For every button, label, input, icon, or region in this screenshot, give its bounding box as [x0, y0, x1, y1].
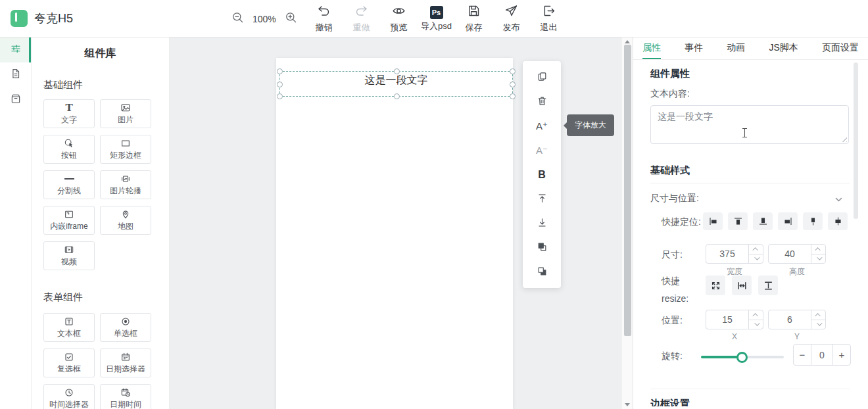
library-item-button[interactable]: 按钮 — [43, 135, 95, 164]
y-stepper — [768, 310, 826, 329]
rotate-value[interactable]: 0 — [811, 345, 832, 365]
text-content-input[interactable]: 这是一段文字 — [650, 105, 849, 144]
tab-js-script[interactable]: JS脚本 — [769, 37, 798, 59]
tab-properties[interactable]: 属性 — [642, 37, 661, 59]
copy-element-button[interactable] — [523, 65, 561, 89]
left-rail — [0, 37, 32, 409]
size-position-label: 尺寸与位置: — [650, 193, 699, 204]
font-decrease-button[interactable]: A⁻ — [523, 138, 561, 162]
selected-text-element[interactable]: 这是一段文字 — [279, 71, 513, 97]
align-vertical-center-button[interactable] — [803, 212, 823, 230]
width-input[interactable] — [706, 245, 748, 263]
date-picker-icon — [120, 352, 131, 363]
time-picker-icon — [64, 387, 74, 398]
x-increase-arrow[interactable] — [749, 310, 763, 320]
tab-animation[interactable]: 动画 — [727, 37, 745, 59]
redo-button[interactable]: 重做 — [343, 4, 380, 34]
tab-page-settings[interactable]: 页面设置 — [822, 37, 859, 59]
align-horizontal-center-button[interactable] — [828, 212, 848, 230]
page-canvas[interactable]: 这是一段文字 — [276, 58, 513, 409]
resize-handle-middle-left[interactable] — [277, 82, 283, 87]
move-layer-down-button[interactable] — [523, 260, 561, 284]
button-icon — [64, 138, 74, 149]
publish-button[interactable]: 发布 — [493, 4, 530, 34]
text-element-content: 这是一段文字 — [365, 74, 428, 96]
resize-handle-bottom-center[interactable] — [394, 93, 400, 99]
bring-to-front-button[interactable] — [523, 187, 561, 211]
scroll-down-arrow-icon[interactable] — [625, 403, 630, 406]
resize-handle-bottom-right[interactable] — [510, 93, 516, 99]
library-item-datetime[interactable]: 日期时间 — [100, 384, 151, 409]
textbox-icon — [64, 316, 74, 327]
font-increase-button[interactable]: A⁺ — [523, 114, 561, 138]
delete-element-button[interactable] — [523, 89, 561, 114]
divider-line — [650, 389, 850, 389]
library-item-rect-border[interactable]: 矩形边框 — [100, 135, 151, 164]
align-bottom-button[interactable] — [753, 212, 773, 230]
library-item-image[interactable]: 图片 — [100, 99, 151, 128]
width-decrease-arrow[interactable] — [749, 254, 763, 264]
resize-width-button[interactable] — [732, 276, 752, 295]
library-item-divider[interactable]: 分割线 — [43, 170, 95, 199]
x-decrease-arrow[interactable] — [749, 320, 763, 329]
quick-resize-buttons — [706, 276, 778, 295]
align-top-button[interactable] — [728, 212, 748, 230]
library-item-time-picker[interactable]: 时间选择器 — [43, 384, 95, 409]
undo-button[interactable]: 撤销 — [305, 4, 343, 34]
inspector-panel: 属性 事件 动画 JS脚本 页面设置 组件属性 文本内容: 这是一段文字 基础样… — [633, 37, 868, 409]
app-title: 夸克H5 — [34, 11, 73, 26]
height-decrease-arrow[interactable] — [811, 254, 825, 264]
height-increase-arrow[interactable] — [811, 245, 825, 254]
rail-item-pages[interactable] — [0, 62, 31, 87]
rail-item-assets[interactable] — [0, 87, 31, 112]
y-increase-arrow[interactable] — [811, 310, 825, 320]
library-item-radio[interactable]: 单选框 — [100, 313, 151, 342]
canvas-scrollbar-thumb[interactable] — [624, 45, 631, 336]
document-icon — [10, 68, 22, 82]
bold-button[interactable]: B — [523, 162, 561, 187]
library-item-text[interactable]: T 文字 — [43, 99, 95, 128]
rotate-increase-button[interactable]: + — [832, 345, 850, 365]
library-item-textbox[interactable]: 文本框 — [43, 313, 95, 342]
library-item-map[interactable]: 地图 — [100, 206, 151, 235]
resize-handle-top-center[interactable] — [394, 68, 400, 74]
tab-events[interactable]: 事件 — [685, 37, 703, 59]
library-item-iframe[interactable]: 内嵌iframe — [43, 206, 95, 235]
rotate-slider-handle[interactable] — [736, 352, 748, 363]
top-bar: 夸克H5 100% 撤销 重做 预览 Ps 导入psd — [0, 0, 868, 37]
rail-item-components[interactable] — [0, 37, 31, 62]
save-button[interactable]: 保存 — [455, 4, 493, 34]
zoom-in-icon[interactable] — [285, 11, 297, 26]
form-components-grid: 文本框 单选框 复选框 日期选择器 时间选择器 — [43, 313, 169, 409]
library-item-checkbox[interactable]: 复选框 — [43, 349, 95, 377]
move-layer-up-button[interactable] — [523, 235, 561, 260]
send-to-back-button[interactable] — [523, 211, 561, 235]
library-item-carousel[interactable]: 图片轮播 — [100, 170, 151, 199]
library-item-video[interactable]: 视频 — [43, 241, 95, 270]
y-input[interactable] — [769, 310, 811, 329]
size-label: 尺寸: — [662, 249, 683, 261]
chevron-down-icon[interactable] — [834, 195, 843, 206]
library-item-date-picker[interactable]: 日期选择器 — [100, 349, 151, 377]
quick-align-label: 快捷定位: — [662, 216, 701, 228]
preview-button[interactable]: 预览 — [380, 4, 418, 34]
resize-handle-middle-right[interactable] — [510, 82, 516, 87]
y-decrease-arrow[interactable] — [811, 320, 825, 329]
exit-button[interactable]: 退出 — [530, 4, 567, 34]
rotate-decrease-button[interactable]: − — [794, 345, 811, 365]
scroll-up-arrow-icon[interactable] — [625, 40, 630, 43]
resize-full-button[interactable] — [706, 276, 725, 295]
import-psd-button[interactable]: Ps 导入psd — [418, 6, 455, 32]
align-left-button[interactable] — [703, 212, 723, 230]
resize-height-button[interactable] — [758, 276, 778, 295]
resize-handle-bottom-left[interactable] — [277, 93, 283, 99]
resize-handle-top-right[interactable] — [510, 68, 516, 74]
zoom-out-icon[interactable] — [231, 11, 244, 26]
height-input[interactable] — [769, 245, 811, 263]
resize-handle-top-left[interactable] — [277, 68, 283, 74]
x-input[interactable] — [706, 310, 748, 329]
canvas-scrollbar[interactable] — [621, 37, 633, 409]
inspector-scrollbar-thumb[interactable] — [854, 62, 858, 219]
align-right-button[interactable] — [778, 212, 798, 230]
width-increase-arrow[interactable] — [749, 245, 763, 254]
